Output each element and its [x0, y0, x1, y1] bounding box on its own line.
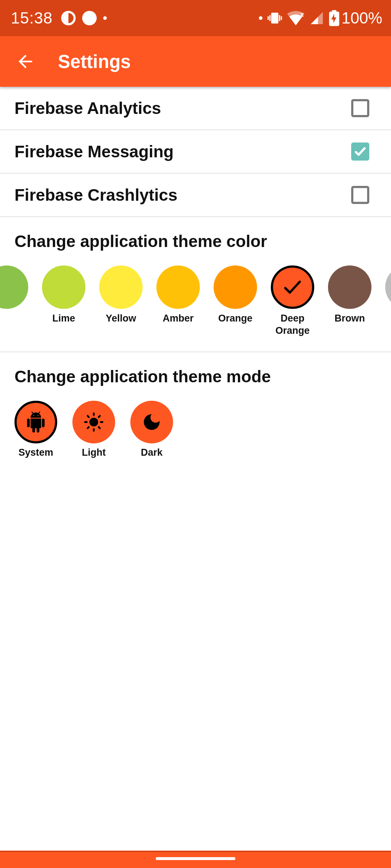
color-swatch-icon	[42, 265, 85, 309]
android-icon	[14, 401, 57, 443]
svg-point-1	[89, 417, 98, 426]
status-notif-dot-icon	[82, 11, 97, 25]
color-swatch-icon	[0, 265, 28, 309]
color-label: Deep Orange	[271, 312, 314, 337]
svg-line-8	[88, 427, 89, 428]
status-clock: 15:38	[11, 9, 52, 27]
color-label: Yellow	[106, 312, 136, 325]
svg-line-5	[99, 427, 100, 428]
theme-color-peek-green[interactable]	[0, 265, 28, 337]
theme-mode-row: SystemLightDark	[0, 390, 391, 458]
color-swatch-icon	[271, 265, 314, 309]
battery-text: 100%	[341, 9, 382, 27]
color-swatch-icon	[156, 265, 200, 309]
theme-color-lime[interactable]: Lime	[42, 265, 85, 337]
page-title: Settings	[58, 51, 131, 72]
theme-color-brown[interactable]: Brown	[328, 265, 371, 337]
color-swatch-icon	[99, 265, 143, 309]
checkbox[interactable]	[351, 186, 369, 204]
color-swatch-icon	[385, 265, 391, 309]
color-label: Amber	[163, 312, 194, 325]
app-bar: Settings	[0, 36, 391, 87]
color-label: Brown	[335, 312, 365, 325]
wifi-icon: x	[287, 11, 304, 25]
color-swatch-icon	[214, 265, 257, 309]
status-bar-left: 15:38	[11, 9, 107, 27]
color-label: Orange	[218, 312, 253, 325]
arrow-back-icon	[15, 51, 35, 72]
theme-color-amber[interactable]: Amber	[156, 265, 200, 337]
mode-label: System	[18, 447, 53, 458]
cell-signal-icon	[310, 11, 324, 25]
theme-mode-system[interactable]: System	[14, 401, 57, 458]
color-swatch-icon	[328, 265, 371, 309]
svg-line-4	[88, 416, 89, 417]
battery-status: 100%	[329, 9, 382, 27]
pref-row-firebase-crashlytics[interactable]: Firebase Crashlytics	[0, 174, 391, 217]
theme-color-grey-peek[interactable]: Gr	[385, 265, 391, 337]
system-bottom-bar	[0, 851, 391, 868]
theme-color-orange[interactable]: Orange	[214, 265, 257, 337]
moon-icon	[130, 401, 173, 443]
svg-text:x: x	[300, 11, 304, 18]
theme-mode-dark[interactable]: Dark	[130, 401, 173, 458]
sun-icon	[72, 401, 115, 443]
battery-icon	[329, 10, 339, 26]
pref-row-firebase-messaging[interactable]: Firebase Messaging	[0, 130, 391, 174]
theme-color-deep-orange[interactable]: Deep Orange	[271, 265, 314, 337]
svg-line-9	[99, 416, 100, 417]
pref-label: Firebase Messaging	[14, 142, 174, 161]
theme-mode-light[interactable]: Light	[72, 401, 115, 458]
section-theme-color: Change application theme color LimeYello…	[0, 217, 391, 352]
status-more-notif-icon	[103, 16, 107, 20]
status-dot-icon	[259, 16, 262, 20]
pref-label: Firebase Crashlytics	[14, 185, 177, 205]
theme-color-yellow[interactable]: Yellow	[99, 265, 143, 337]
settings-content: Firebase AnalyticsFirebase MessagingFire…	[0, 87, 391, 458]
section-theme-mode: Change application theme mode SystemLigh…	[0, 352, 391, 458]
section-theme-color-title: Change application theme color	[0, 217, 391, 255]
vibrate-icon	[268, 11, 282, 25]
checkbox[interactable]	[351, 142, 369, 161]
mode-label: Dark	[141, 447, 163, 458]
checkbox[interactable]	[351, 99, 369, 117]
pref-label: Firebase Analytics	[14, 98, 161, 118]
color-label: Lime	[52, 312, 75, 325]
status-bar-right: x 100%	[259, 9, 382, 27]
section-theme-mode-title: Change application theme mode	[0, 352, 391, 390]
back-button[interactable]	[4, 40, 47, 83]
theme-color-scroller[interactable]: LimeYellowAmberOrangeDeep OrangeBrownGr	[0, 255, 391, 337]
status-bar: 15:38 x 100%	[0, 0, 391, 36]
status-notif-icon	[61, 11, 76, 25]
mode-label: Light	[82, 447, 106, 458]
gesture-handle-icon	[156, 857, 235, 860]
pref-row-firebase-analytics[interactable]: Firebase Analytics	[0, 87, 391, 130]
